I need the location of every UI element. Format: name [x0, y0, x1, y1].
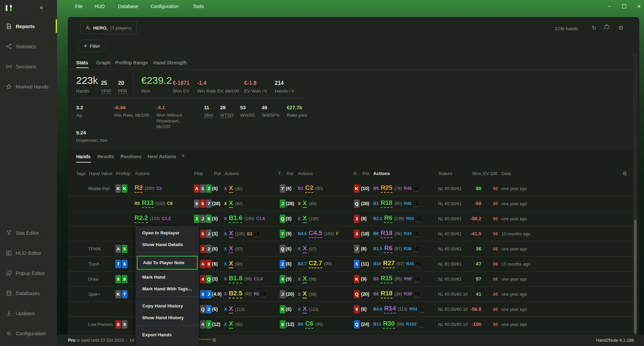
stat-won-ev: €-1871Won EV [173, 75, 190, 94]
sidebar-item-configuration[interactable]: Configuration [0, 327, 57, 340]
column-header-pot[interactable]: Pot [214, 166, 221, 181]
action-token: (87) [397, 262, 404, 266]
cell-flop-cards: A52 [194, 181, 212, 196]
column-header-date[interactable]: Date [501, 166, 511, 181]
close-button[interactable]: × [634, 2, 644, 11]
card: 2 [206, 245, 212, 253]
filter-button[interactable]: + Filter [78, 40, 106, 52]
player-filter-chip[interactable]: # HERO, (3 players) [80, 21, 137, 34]
vertical-scrollbar[interactable] [633, 54, 637, 335]
scrollbar-thumb[interactable] [634, 220, 637, 334]
settings-gear-icon[interactable]: ⚙ [616, 24, 625, 32]
menubar-item-hud[interactable]: HUD [95, 4, 105, 9]
action-token: (96) [309, 277, 316, 282]
card: 2 [200, 245, 206, 253]
tab-hand-strength[interactable]: Hand Strength [153, 60, 187, 65]
refresh-icon[interactable]: ↻ [590, 24, 598, 32]
column-header-handvalue[interactable]: Hand Value [89, 166, 112, 181]
action-token: R96' [404, 277, 413, 281]
stat-label[interactable]: WTSD [220, 112, 233, 118]
column-header-preflop[interactable]: Preflop [116, 166, 130, 181]
hands-tab-results[interactable]: Results [97, 154, 114, 159]
cell-hole-cards: 88 [115, 317, 127, 332]
column-header-stakes[interactable]: Stakes [438, 166, 452, 181]
action-sequence: XB1.8(98)C1.8 [224, 275, 263, 283]
hands-tab-hands[interactable]: Hands [76, 154, 91, 159]
card: 3 [354, 230, 360, 238]
menu-item-mark-hand[interactable]: Mark Hand [136, 271, 199, 283]
sidebar-item-sessions[interactable]: Sessions [0, 60, 57, 73]
status-gear-icon[interactable]: ⚙ [212, 335, 216, 346]
stat-rake-paid: €27.7kRake paid [287, 104, 307, 118]
card: K [280, 305, 285, 313]
hands-tab-positions[interactable]: Positions [120, 154, 142, 159]
add-tab-icon[interactable]: + [181, 153, 185, 160]
maximize-button[interactable] [619, 2, 629, 11]
menu-item-show-hand-details[interactable]: Show Hand Details [136, 239, 199, 250]
menubar-item-tools[interactable]: Tools [193, 4, 204, 9]
active-tab-underline [76, 67, 89, 68]
action-sequence: B2.7C2.7(90) [298, 260, 332, 268]
card: 2 [194, 215, 200, 223]
stat-label[interactable]: VPIP [101, 88, 111, 94]
hands-tab-next-actions[interactable]: Next Actions [148, 154, 176, 159]
table-row[interactable]: Middle PairKKR3(100)C2A52(6)XX(80)7(6)B2… [68, 181, 639, 196]
sidebar-item-marked-hands[interactable]: Marked Hands [0, 80, 57, 93]
column-header-tags[interactable]: Tags [76, 166, 86, 181]
column-header-flop[interactable]: Flop [194, 166, 203, 181]
table-row[interactable]: R5R13(110)C8657(28)XX(60)J(28)XX(60)Q(28… [68, 196, 639, 211]
stat-label[interactable]: 3Bet [204, 112, 213, 118]
menu-item-copy-hand-history[interactable]: Copy Hand History [136, 300, 199, 312]
stat-label[interactable]: PFR [118, 88, 127, 94]
cell-won: 80 [453, 181, 481, 196]
action-token: +1 [416, 216, 421, 222]
menu-item-export-hands[interactable]: Export Hands [136, 329, 199, 341]
menubar-item-database[interactable]: Database [118, 4, 138, 9]
cell-hand-value: Draw [88, 272, 115, 286]
minimize-button[interactable]: − [604, 2, 614, 11]
sidebar-item-stat-editor[interactable]: Stat Editor [0, 226, 57, 239]
cell-flop-pot: (6) [212, 241, 218, 256]
sidebar-item-databases[interactable]: Databases [0, 286, 57, 300]
sidebar-item-reports[interactable]: Reports [0, 19, 57, 33]
column-header-actions[interactable]: Actions [135, 166, 150, 181]
action-token: (60) [235, 201, 243, 206]
cell-flop-actions: XX(105)B2+2 [224, 226, 259, 241]
action-token: C2 [305, 184, 313, 193]
table-row[interactable]: R2.2(143)C1.22J6(5)XB1.6(140)C1.6Q(8)XX(… [68, 211, 639, 226]
card: A [200, 320, 206, 329]
column-header-pot[interactable]: Pot [363, 166, 369, 181]
sidebar-item-popup-editor[interactable]: Popup Editor [0, 266, 57, 280]
column-header-actions[interactable]: Actions [298, 166, 313, 181]
tab-graph[interactable]: Graph [96, 60, 111, 65]
action-token: R18 [381, 290, 392, 298]
column-header-t[interactable]: T.. [278, 166, 283, 181]
menubar-item-file[interactable]: File [75, 4, 83, 9]
column-header-r[interactable]: R.. [354, 166, 359, 181]
card: 8 [122, 320, 127, 329]
tab-preflop-range[interactable]: Preflop Range [115, 60, 148, 65]
cell-won: -58.2 [453, 211, 481, 226]
stat-label: W%SD [240, 112, 255, 118]
action-token: (113) [398, 307, 407, 311]
replayer-window-icon[interactable] [602, 24, 611, 32]
tab-stats[interactable]: Stats [76, 60, 88, 65]
column-header-evdiff[interactable]: EV Diff. [483, 166, 498, 181]
menu-item-open-in-replayer[interactable]: Open In Replayer [136, 227, 199, 239]
sidebar-item-updates[interactable]: Updates [0, 306, 57, 320]
sidebar-item-statistics[interactable]: Statistics [0, 40, 57, 53]
sidebar-item-hud-editor[interactable]: HUD Editor [0, 246, 57, 260]
action-token: B1.8 [229, 275, 242, 283]
column-header-pot[interactable]: Pot [286, 166, 293, 181]
cell-won: 97 [453, 272, 481, 286]
menu-item-mark-hand-with-tags-[interactable]: Mark Hand With Tags... [136, 283, 199, 295]
cell-hand-value: TPWK [88, 241, 115, 256]
sidebar-collapse-icon[interactable]: « [40, 3, 43, 11]
action-token: (140) [244, 216, 254, 221]
table-settings-gear-icon[interactable]: ⚙ [620, 166, 630, 181]
column-header-actions[interactable]: Actions [224, 166, 239, 181]
column-header-won[interactable]: Won [453, 166, 481, 181]
menu-item-add-to-player-note[interactable]: Add To Player Note [137, 256, 198, 270]
menu-item-show-hand-history[interactable]: Show Hand History [136, 312, 199, 324]
menubar-item-configuration[interactable]: Configuration [151, 4, 178, 9]
